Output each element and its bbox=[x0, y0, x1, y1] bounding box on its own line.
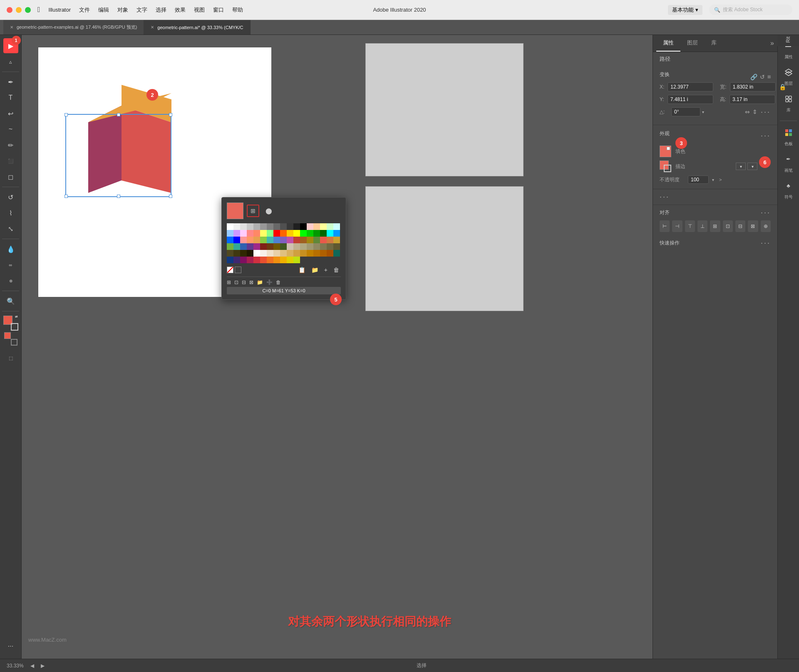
color-swatch-cell[interactable] bbox=[293, 257, 300, 263]
menu-object[interactable]: 对象 bbox=[117, 6, 128, 14]
color-swatch-cell[interactable] bbox=[280, 230, 287, 237]
color-swatch-cell[interactable] bbox=[247, 230, 253, 237]
h-input[interactable] bbox=[730, 95, 775, 104]
color-swatch-cell[interactable] bbox=[240, 230, 247, 237]
color-swatch-cell[interactable] bbox=[333, 243, 340, 250]
color-swatch-cell[interactable] bbox=[253, 237, 260, 243]
color-swatch-cell[interactable] bbox=[267, 237, 273, 243]
color-swatch-cell[interactable] bbox=[327, 237, 333, 243]
color-swatch-cell[interactable] bbox=[240, 243, 247, 250]
arc-tool[interactable]: ↩ bbox=[3, 106, 18, 121]
menu-illustrator[interactable]: Illustrator bbox=[49, 7, 71, 13]
color-swatch-cell[interactable] bbox=[247, 257, 253, 263]
color-swatch-cell[interactable] bbox=[227, 250, 233, 257]
minimize-button[interactable] bbox=[16, 7, 22, 13]
brush-tool[interactable]: ~ bbox=[3, 122, 18, 137]
color-swatch-cell[interactable] bbox=[313, 223, 320, 230]
close-button[interactable] bbox=[7, 7, 12, 13]
color-swatch-cell[interactable] bbox=[293, 243, 300, 250]
color-swatch-cell[interactable] bbox=[227, 243, 233, 250]
color-swatch-cell[interactable] bbox=[333, 230, 340, 237]
select-tool[interactable]: ▶ 1 bbox=[3, 38, 18, 53]
color-swatch-cell[interactable] bbox=[307, 250, 313, 257]
align-dist-h-btn[interactable]: ⊟ bbox=[735, 220, 745, 232]
color-swatch-cell[interactable] bbox=[327, 230, 333, 237]
far-right-library[interactable]: 库 bbox=[781, 91, 796, 113]
scale-tool[interactable]: ⤡ bbox=[3, 221, 18, 236]
color-swatch-cell[interactable] bbox=[333, 237, 340, 243]
cp-action-icon-2[interactable]: ⊡ bbox=[234, 279, 238, 285]
color-swatch-cell[interactable] bbox=[307, 223, 313, 230]
y-input[interactable] bbox=[667, 95, 713, 104]
cp-action-icon-7[interactable]: 🗑 bbox=[276, 279, 281, 285]
color-swatch-cell[interactable] bbox=[320, 250, 327, 257]
blend-tool[interactable]: ∞ bbox=[3, 257, 18, 272]
color-swatch-cell[interactable] bbox=[280, 250, 287, 257]
color-swatch-cell[interactable] bbox=[320, 237, 327, 243]
color-swatch-cell[interactable] bbox=[313, 237, 320, 243]
color-swatch-cell[interactable] bbox=[260, 257, 267, 263]
color-swatch-cell[interactable] bbox=[253, 243, 260, 250]
tab-1[interactable]: ✕ geometric-pattern.ai* @ 33.33% (CMYK/C bbox=[144, 20, 250, 35]
stroke-border[interactable] bbox=[664, 165, 671, 172]
cp-action-icon-5[interactable]: 📁 bbox=[257, 279, 263, 285]
far-right-symbol[interactable]: ♣ 符号 bbox=[781, 178, 796, 200]
color-swatch-cell[interactable] bbox=[273, 223, 280, 230]
color-swatch-cell[interactable] bbox=[307, 230, 313, 237]
section-more-dots[interactable]: ··· bbox=[660, 193, 771, 201]
menu-text[interactable]: 文字 bbox=[136, 6, 147, 14]
cp-none-swatch[interactable] bbox=[227, 267, 233, 273]
color-swatch-cell[interactable] bbox=[260, 230, 267, 237]
color-swatch-cell[interactable] bbox=[273, 250, 280, 257]
color-swatch-cell[interactable] bbox=[287, 250, 293, 257]
color-swatch-cell[interactable] bbox=[267, 243, 273, 250]
rotate-dropdown[interactable]: ▾ bbox=[702, 110, 704, 114]
quick-actions-more-dots[interactable]: ··· bbox=[761, 239, 771, 247]
cp-action-icon-4[interactable]: ⊠ bbox=[249, 279, 253, 285]
align-extra-btn[interactable]: ⊕ bbox=[761, 220, 771, 232]
color-swatch-cell[interactable] bbox=[247, 250, 253, 257]
menu-select[interactable]: 选择 bbox=[156, 6, 166, 14]
stroke-type-dropdown[interactable]: ▾ bbox=[736, 163, 746, 170]
color-swatch-cell[interactable] bbox=[247, 223, 253, 230]
text-tool[interactable]: T bbox=[3, 90, 18, 105]
color-swatch-cell[interactable] bbox=[300, 230, 307, 237]
color-swatch-cell[interactable] bbox=[260, 237, 267, 243]
color-swatch-cell[interactable] bbox=[293, 223, 300, 230]
color-swatch-cell[interactable] bbox=[280, 243, 287, 250]
color-swatch-cell[interactable] bbox=[327, 243, 333, 250]
flip-v-icon[interactable]: ⇕ bbox=[752, 109, 757, 115]
align-bottom-btn[interactable]: ⊡ bbox=[723, 220, 733, 232]
cp-new-swatch-btn[interactable]: 📋 bbox=[297, 266, 307, 274]
color-swatch-cell[interactable] bbox=[267, 257, 273, 263]
cp-colorwheel-icon[interactable]: ⬤ bbox=[263, 205, 275, 217]
panel-tab-library[interactable]: 库 bbox=[705, 35, 723, 52]
color-swatch-cell[interactable] bbox=[273, 230, 280, 237]
blob-tool[interactable]: ⬛ bbox=[3, 153, 18, 168]
color-swatch-cell[interactable] bbox=[280, 237, 287, 243]
color-swatch-cell[interactable] bbox=[287, 230, 293, 237]
color-swatch-cell[interactable] bbox=[320, 223, 327, 230]
cp-current-color[interactable] bbox=[227, 203, 243, 219]
color-swatch-cell[interactable] bbox=[313, 250, 320, 257]
color-swatch-cell[interactable] bbox=[287, 237, 293, 243]
more-tools[interactable]: ··· bbox=[3, 640, 18, 655]
color-swatch-cell[interactable] bbox=[327, 250, 333, 257]
menu-view[interactable]: 视图 bbox=[194, 6, 205, 14]
color-swatch-cell[interactable] bbox=[253, 230, 260, 237]
transform-link-icon[interactable]: 🔗 bbox=[750, 74, 757, 80]
prev-page-btn[interactable]: ◀ bbox=[30, 663, 34, 669]
color-swatch-cell[interactable] bbox=[307, 243, 313, 250]
color-swatch-cell[interactable] bbox=[260, 243, 267, 250]
align-left-btn[interactable]: ⊢ bbox=[660, 220, 670, 232]
color-swatch-cell[interactable] bbox=[307, 237, 313, 243]
align-more-dots[interactable]: ··· bbox=[761, 208, 771, 217]
search-box[interactable]: 🔍 搜索 Adobe Stock bbox=[709, 5, 792, 15]
transform-more-icon[interactable]: ↺ bbox=[760, 74, 765, 80]
color-swatch-cell[interactable] bbox=[247, 237, 253, 243]
align-top-btn[interactable]: ⊥ bbox=[697, 220, 707, 232]
color-swatch-cell[interactable] bbox=[240, 250, 247, 257]
cp-action-icon-6[interactable]: ➕ bbox=[266, 279, 273, 285]
menu-help[interactable]: 帮助 bbox=[232, 6, 243, 14]
pencil-tool[interactable]: ✏ bbox=[3, 138, 18, 153]
